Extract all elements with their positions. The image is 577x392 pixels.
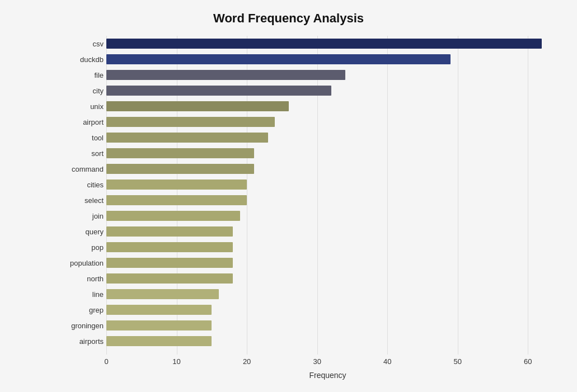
bar [106,258,233,268]
bar [106,289,219,299]
x-tick: 20 [243,357,251,366]
bar [106,148,254,158]
y-label: city [56,87,104,95]
bar [106,164,254,174]
y-label: north [56,275,104,283]
y-label: query [56,228,104,236]
bar-row: city [106,83,549,98]
bar-row: pop [106,239,549,255]
y-label: command [56,165,104,173]
bar [106,336,212,346]
y-label: pop [56,243,104,252]
x-tick: 60 [524,357,532,366]
y-label: duckdb [56,55,104,64]
bar [106,320,212,330]
bar [106,133,268,143]
bar-row: duckdb [106,51,549,67]
bar-row: grep [106,302,549,318]
y-label: unix [56,102,104,111]
bar-row: airports [106,333,549,349]
x-tick: 50 [454,357,462,366]
chart-container: Word Frequency Analysis csvduckdbfilecit… [0,0,577,392]
y-label: join [56,212,104,220]
bar [106,86,331,96]
bar [106,305,212,315]
bar-row: unix [106,98,549,114]
y-label: sort [56,149,104,158]
y-label: line [56,290,104,299]
chart-plot-area: csvduckdbfilecityunixairporttoolsortcomm… [106,36,549,355]
bar-row: airport [106,114,549,130]
bar [106,273,233,284]
x-axis-label: Frequency [106,371,549,380]
bar-row: groningen [106,318,549,333]
bar-row: line [106,286,549,302]
bar [106,242,233,252]
y-label: select [56,196,104,205]
y-label: csv [56,40,104,48]
bar [106,195,247,205]
bar-row: population [106,255,549,271]
bar-row: csv [106,36,549,51]
bar-row: tool [106,130,549,145]
chart-title: Word Frequency Analysis [22,11,555,26]
x-tick: 10 [172,357,180,366]
bar-row: sort [106,145,549,161]
bar-row: north [106,271,549,286]
bar-row: file [106,67,549,83]
y-label: airports [56,337,104,346]
y-label: grep [56,306,104,314]
bar [106,117,275,127]
bar [106,54,451,64]
x-tick: 40 [383,357,391,366]
bar [106,211,240,221]
bar-row: join [106,208,549,224]
bar [106,101,289,111]
y-label: population [56,259,104,267]
y-label: airport [56,118,104,126]
x-axis: 0102030405060 [106,357,549,369]
x-tick: 30 [313,357,321,366]
x-tick: 0 [104,357,108,366]
y-label: tool [56,134,104,142]
bar-row: query [106,224,549,239]
bar-row: cities [106,177,549,192]
bar-row: select [106,192,549,208]
bar-row: command [106,161,549,177]
y-label: groningen [56,322,104,330]
bar [106,226,233,237]
y-label: cities [56,181,104,189]
bar [106,180,247,190]
bar [106,70,345,80]
bar [106,39,542,49]
y-label: file [56,71,104,79]
